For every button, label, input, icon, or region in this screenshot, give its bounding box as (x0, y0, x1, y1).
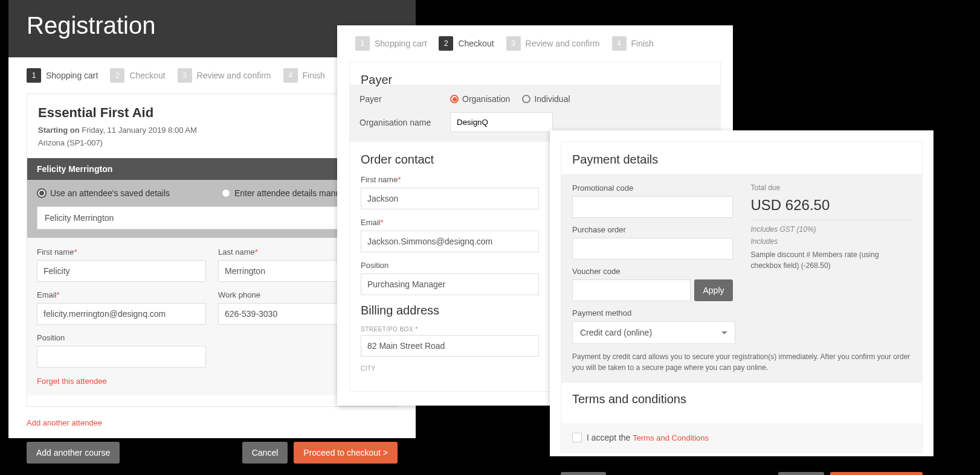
step-checkout[interactable]: 2Checkout (439, 36, 494, 51)
radio-icon (37, 188, 47, 198)
contact-first-name-input[interactable] (361, 188, 539, 209)
back-button[interactable]: < Back (561, 472, 606, 475)
step-number: 4 (283, 68, 298, 83)
contact-position-input[interactable] (361, 273, 539, 295)
progress-steps: 1Shopping cart 2Checkout 3Review and con… (337, 25, 733, 62)
step-number: 3 (506, 36, 521, 51)
radio-icon (450, 95, 459, 103)
terms-heading: Terms and conditions (572, 392, 911, 406)
payment-form: Promotional code Purchase order Voucher … (561, 174, 922, 383)
cancel-button[interactable]: Cancel (242, 442, 288, 464)
first-name-input[interactable] (37, 260, 206, 282)
step-shopping-cart[interactable]: 1Shopping cart (355, 36, 427, 51)
attendee-select[interactable]: Felicity Merrington (37, 206, 387, 229)
cancel-button[interactable]: Cancel (778, 472, 824, 475)
step-finish[interactable]: 4Finish (283, 68, 325, 83)
proceed-checkout-button[interactable]: Proceed to checkout > (294, 442, 398, 464)
radio-icon (221, 188, 231, 198)
first-name-field: First name* (37, 247, 206, 282)
promo-code-input[interactable] (572, 196, 733, 218)
step-review[interactable]: 3Review and confirm (506, 36, 600, 51)
total-due: USD 626.50 (751, 197, 912, 220)
radio-individual[interactable]: Individual (522, 94, 570, 104)
street-input[interactable] (361, 335, 539, 357)
radio-icon (522, 95, 530, 103)
radio-saved-details[interactable]: Use an attendee's saved details (37, 188, 203, 198)
step-number: 4 (612, 36, 627, 51)
forget-attendee-row: Forget this attendee (37, 376, 387, 386)
step-number: 3 (178, 68, 192, 83)
step-checkout[interactable]: 2Checkout (110, 68, 165, 83)
step-shopping-cart[interactable]: 1Shopping cart (27, 68, 98, 83)
add-attendee-link[interactable]: Add another attendee (27, 418, 102, 427)
position-field: Position (37, 333, 206, 368)
review-confirm-button[interactable]: Review & confirm > (830, 472, 923, 475)
forget-attendee-link[interactable]: Forget this attendee (37, 377, 107, 386)
position-input[interactable] (37, 346, 206, 368)
step-finish[interactable]: 4Finish (612, 36, 654, 51)
add-course-button[interactable]: Add another course (27, 442, 120, 464)
organisation-name-input[interactable] (450, 112, 553, 132)
terms-checkbox[interactable] (572, 433, 582, 442)
step-number: 1 (27, 68, 41, 83)
footer-buttons: Add another course Cancel Proceed to che… (8, 433, 416, 472)
voucher-code-input[interactable] (572, 279, 691, 301)
apply-button[interactable]: Apply (694, 279, 732, 301)
footer-buttons: < Back Cancel Review & confirm > (550, 464, 933, 475)
step-number: 1 (355, 36, 370, 51)
terms-link[interactable]: Terms and Conditions (633, 433, 709, 442)
terms-row: I accept the Terms and Conditions (561, 423, 922, 452)
contact-email-input[interactable] (361, 231, 539, 252)
radio-organisation[interactable]: Organisation (450, 94, 510, 104)
step-number: 2 (110, 68, 124, 83)
email-input[interactable] (37, 303, 206, 325)
course-title: Essential First Aid (38, 105, 386, 121)
payment-heading: Payment details (572, 153, 911, 167)
payment-note: Payment by credit card allows you to sec… (572, 351, 911, 373)
purchase-order-input[interactable] (572, 238, 733, 260)
course-meta: Starting on Friday, 11 January 2019 8:00… (38, 124, 386, 150)
step-number: 2 (439, 36, 453, 51)
step-review[interactable]: 3Review and confirm (178, 68, 271, 83)
payment-method-select[interactable]: Credit card (online) (572, 321, 735, 344)
payment-panel: Payment details Promotional code Purchas… (550, 130, 933, 456)
email-field: Email* (37, 290, 206, 325)
